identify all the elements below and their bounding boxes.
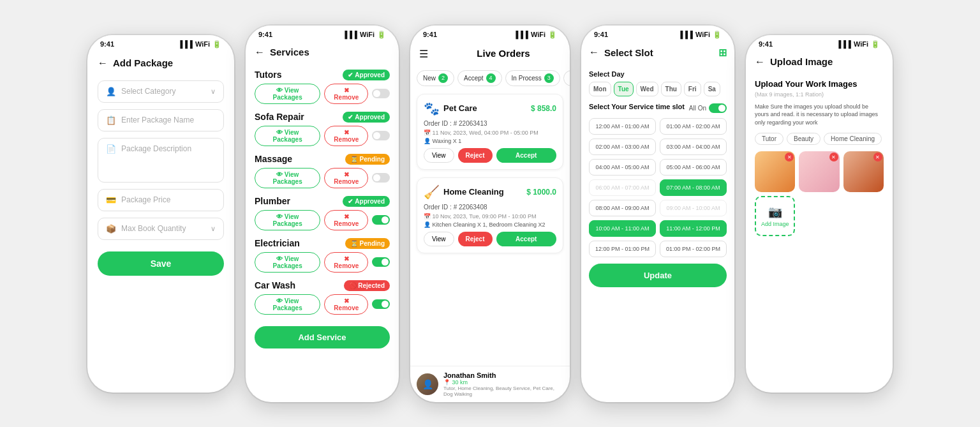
slot-0200-0300[interactable]: 02:00 AM - 03:00 AM <box>589 139 656 155</box>
toggle-massage[interactable] <box>372 173 390 183</box>
tab-in-process[interactable]: In Process 3 <box>505 70 560 86</box>
view-packages-carwash[interactable]: 👁 View Packages <box>255 294 320 315</box>
service-header-tutors: Tutors ✔Approved <box>255 70 390 80</box>
all-on-switch[interactable] <box>709 103 727 113</box>
remove-sofa[interactable]: ✖ Remove <box>324 126 368 146</box>
tab-new-count: 2 <box>438 73 448 83</box>
add-image-label: Add Image <box>761 221 789 227</box>
remove-massage[interactable]: ✖ Remove <box>324 168 368 188</box>
remove-image-1[interactable]: ✕ <box>785 153 794 161</box>
slot-0100-0200[interactable]: 01:00 AM - 02:00 AM <box>660 118 727 135</box>
status-bar-1: 9:41 ▐▐▐ WiFi 🔋 <box>87 35 234 51</box>
wifi-icon-3: WiFi <box>531 31 546 38</box>
slot-back-icon[interactable]: ← <box>589 47 599 58</box>
cleaning-title: Home Cleaning <box>443 187 504 197</box>
accept-cleaning-button[interactable]: Accept <box>496 232 556 246</box>
tab-accept[interactable]: Accept 4 <box>457 70 502 86</box>
tab-new[interactable]: New 2 <box>417 70 454 86</box>
reject-cleaning-button[interactable]: Reject <box>458 232 493 246</box>
select-slot-header: ← Select Slot ⊞ <box>589 47 727 59</box>
view-cleaning-button[interactable]: View <box>424 232 454 246</box>
upload-work-title: Upload Your Work Images <box>755 79 884 89</box>
day-thu[interactable]: Thu <box>661 82 681 96</box>
qty-icon: 📦 <box>106 224 116 234</box>
category-field[interactable]: 👤 Select Category ∨ <box>98 80 224 103</box>
filter-home-cleaning[interactable]: Home Cleaning <box>824 133 882 145</box>
slot-1200-0100pm[interactable]: 12:00 PM - 01:00 PM <box>589 241 656 257</box>
remove-carwash[interactable]: ✖ Remove <box>324 294 368 315</box>
remove-electrician[interactable]: ✖ Remove <box>324 252 368 273</box>
add-image-box[interactable]: 📷 Add Image <box>755 196 795 236</box>
slot-0800-0900[interactable]: 08:00 AM - 09:00 AM <box>589 200 656 216</box>
toggle-plumber[interactable] <box>372 215 390 225</box>
slot-1100-1200[interactable]: 11:00 AM - 12:00 PM <box>660 220 727 237</box>
view-packages-massage[interactable]: 👁 View Packages <box>255 168 320 188</box>
signal-icon-4: ▐▐▐ <box>678 31 692 38</box>
phone-live-orders: 9:41 ▐▐▐ WiFi 🔋 ☰ Live Orders New 2 Acce… <box>410 26 570 402</box>
price-field[interactable]: 💳 Package Price <box>98 189 224 211</box>
day-wed[interactable]: Wed <box>636 82 658 96</box>
order-header-petcare: 🐾 Pet Care $ 858.0 <box>424 101 556 116</box>
service-name-plumber: Plumber <box>255 196 290 206</box>
toggle-carwash[interactable] <box>372 299 390 309</box>
view-packages-electrician[interactable]: 👁 View Packages <box>255 252 320 273</box>
phone1-content: ← Add Package 👤 Select Category ∨ 📋 Ente… <box>87 51 234 393</box>
upload-back-icon[interactable]: ← <box>755 56 765 68</box>
slot-1000-1100[interactable]: 10:00 AM - 11:00 AM <box>589 220 656 237</box>
battery-icon-3: 🔋 <box>548 31 557 39</box>
filter-beauty[interactable]: Beauty <box>787 133 820 145</box>
slot-0700-0800[interactable]: 07:00 AM - 08:00 AM <box>660 179 727 196</box>
description-field[interactable]: 📄 Package Description <box>98 138 224 183</box>
slot-0400-0500[interactable]: 04:00 AM - 05:00 AM <box>589 159 656 176</box>
petcare-order-id: Order ID : # 22063413 <box>424 120 556 127</box>
category-icon: 👤 <box>106 87 116 96</box>
view-petcare-button[interactable]: View <box>424 148 454 163</box>
add-service-button[interactable]: Add Service <box>255 326 390 348</box>
toggle-electrician[interactable] <box>372 257 390 267</box>
services-back-icon[interactable]: ← <box>255 47 265 58</box>
wifi-icon-1: WiFi <box>195 40 210 48</box>
remove-image-2[interactable]: ✕ <box>829 153 838 161</box>
back-arrow-icon[interactable]: ← <box>98 57 108 69</box>
day-tue[interactable]: Tue <box>614 82 634 96</box>
filter-tutor[interactable]: Tutor <box>755 133 783 145</box>
status-icons-3: ▐▐▐ WiFi 🔋 <box>513 31 557 39</box>
day-mon[interactable]: Mon <box>589 82 611 96</box>
order-header-cleaning: 🧹 Home Cleaning $ 1000.0 <box>424 184 556 200</box>
update-button[interactable]: Update <box>589 264 727 287</box>
services-header: ← Services <box>255 47 390 58</box>
image-thumb-2: ✕ <box>799 151 839 191</box>
phone-services: 9:41 ▐▐▐ WiFi 🔋 ← Services Tutors ✔Appro… <box>246 26 399 402</box>
accept-petcare-button[interactable]: Accept <box>496 148 556 163</box>
toggle-tutors[interactable] <box>372 89 390 98</box>
wifi-icon-2: WiFi <box>360 31 375 38</box>
signal-icon-5: ▐▐▐ <box>836 40 850 48</box>
hamburger-icon[interactable]: ☰ <box>410 48 437 60</box>
slot-0500-0600[interactable]: 05:00 AM - 06:00 AM <box>660 159 727 176</box>
petcare-title: Pet Care <box>443 103 477 113</box>
tab-comp[interactable]: Comp <box>563 70 570 86</box>
view-packages-sofa[interactable]: 👁 View Packages <box>255 126 320 146</box>
slot-0300-0400[interactable]: 03:00 AM - 04:00 AM <box>660 139 727 155</box>
toggle-sofa[interactable] <box>372 131 390 140</box>
reject-petcare-button[interactable]: Reject <box>458 148 493 163</box>
grid-icon[interactable]: ⊞ <box>718 47 727 59</box>
quantity-field[interactable]: 📦 Max Book Quantity ∨ <box>98 218 224 240</box>
upload-image-title: Upload Image <box>770 56 833 67</box>
remove-tutors[interactable]: ✖ Remove <box>324 84 368 104</box>
day-sa[interactable]: Sa <box>704 82 720 96</box>
remove-image-3[interactable]: ✕ <box>873 153 882 161</box>
package-name-field[interactable]: 📋 Enter Package Name <box>98 109 224 131</box>
service-item-carwash: Car Wash 🚫 Rejected 👁 View Packages ✖ Re… <box>255 280 390 315</box>
day-fri[interactable]: Fri <box>684 82 701 96</box>
status-icons-5: ▐▐▐ WiFi 🔋 <box>836 40 880 49</box>
save-button[interactable]: Save <box>98 251 224 276</box>
remove-plumber[interactable]: ✖ Remove <box>324 210 368 230</box>
petcare-date: 📅 11 Nov, 2023, Wed, 04:00 PM - 05:00 PM <box>424 130 556 136</box>
slot-0100-0200pm[interactable]: 01:00 PM - 02:00 PM <box>660 241 727 257</box>
battery-icon-2: 🔋 <box>377 31 386 39</box>
slot-1200-0100[interactable]: 12:00 AM - 01:00 AM <box>589 118 656 135</box>
view-packages-tutors[interactable]: 👁 View Packages <box>255 84 320 104</box>
view-packages-plumber[interactable]: 👁 View Packages <box>255 210 320 230</box>
all-on-toggle[interactable]: All On <box>689 103 727 113</box>
